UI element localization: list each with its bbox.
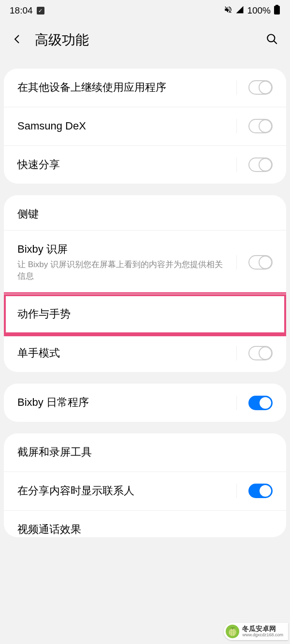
row-title: 快速分享 — [17, 157, 229, 172]
toggle-quick-share[interactable] — [248, 157, 273, 172]
status-left: 18:04 ✓ — [10, 5, 44, 16]
section-1: 在其他设备上继续使用应用程序 Samsung DeX 快速分享 — [4, 69, 286, 184]
toggle-bixby-routines[interactable] — [248, 396, 273, 410]
row-one-handed[interactable]: 单手模式 — [4, 334, 286, 372]
row-title: 截屏和录屏工具 — [17, 445, 273, 460]
status-right: 100% — [224, 5, 280, 17]
row-title: 在分享内容时显示联系人 — [17, 484, 229, 499]
toggle-one-handed[interactable] — [248, 346, 273, 360]
row-bixby-vision[interactable]: Bixby 识屏 让 Bixby 识屏识别您在屏幕上看到的内容并为您提供相关信息 — [4, 230, 286, 294]
watermark-name: 冬瓜安卓网 — [242, 625, 283, 632]
row-video-call-effects[interactable]: 视频通话效果 — [4, 511, 286, 537]
check-icon: ✓ — [37, 7, 44, 14]
section-3: Bixby 日常程序 — [4, 384, 286, 422]
header: 高级功能 — [0, 21, 290, 64]
row-title: 在其他设备上继续使用应用程序 — [17, 80, 229, 95]
status-time: 18:04 — [10, 5, 33, 16]
toggle-bixby-vision[interactable] — [248, 255, 273, 270]
row-continue-apps[interactable]: 在其他设备上继续使用应用程序 — [4, 69, 286, 107]
row-title: 视频通话效果 — [17, 522, 273, 537]
row-motions-gestures[interactable]: 动作与手势 — [6, 296, 284, 332]
row-screenshot-tools[interactable]: 截屏和录屏工具 — [4, 433, 286, 472]
section-header: 侧键 — [17, 207, 273, 221]
section-2: 侧键 Bixby 识屏 让 Bixby 识屏识别您在屏幕上看到的内容并为您提供相… — [4, 195, 286, 372]
battery-icon — [274, 5, 280, 17]
svg-point-2 — [267, 34, 275, 42]
svg-line-3 — [274, 41, 277, 44]
search-icon[interactable] — [266, 33, 278, 47]
toggle-continue-apps[interactable] — [248, 80, 273, 95]
row-show-contacts-sharing[interactable]: 在分享内容时显示联系人 — [4, 472, 286, 511]
toggle-show-contacts[interactable] — [248, 484, 273, 498]
row-title: 动作与手势 — [17, 307, 273, 322]
row-title: 单手模式 — [17, 346, 229, 361]
status-bar: 18:04 ✓ 100% — [0, 0, 290, 21]
row-subtitle: 让 Bixby 识屏识别您在屏幕上看到的内容并为您提供相关信息 — [17, 259, 229, 282]
row-samsung-dex[interactable]: Samsung DeX — [4, 107, 286, 146]
row-title: Bixby 日常程序 — [17, 395, 229, 410]
highlight-annotation: 动作与手势 — [4, 292, 286, 336]
mute-icon — [224, 5, 232, 16]
section-4: 截屏和录屏工具 在分享内容时显示联系人 视频通话效果 — [4, 433, 286, 537]
row-bixby-routines[interactable]: Bixby 日常程序 — [4, 384, 286, 422]
signal-icon — [235, 5, 244, 16]
back-icon[interactable] — [12, 33, 23, 47]
toggle-samsung-dex[interactable] — [248, 119, 273, 133]
watermark: 🍈 冬瓜安卓网 www.dgxcdz168.com — [224, 623, 288, 640]
row-quick-share[interactable]: 快速分享 — [4, 146, 286, 184]
svg-rect-1 — [276, 5, 278, 6]
watermark-icon: 🍈 — [226, 625, 239, 638]
page-title: 高级功能 — [35, 31, 89, 49]
svg-rect-0 — [274, 6, 280, 14]
row-title: Samsung DeX — [17, 119, 229, 134]
battery-label: 100% — [247, 5, 271, 16]
watermark-url: www.dgxcdz168.com — [242, 633, 283, 638]
row-title: Bixby 识屏 — [17, 242, 229, 257]
row-side-key[interactable]: 侧键 — [4, 195, 286, 230]
